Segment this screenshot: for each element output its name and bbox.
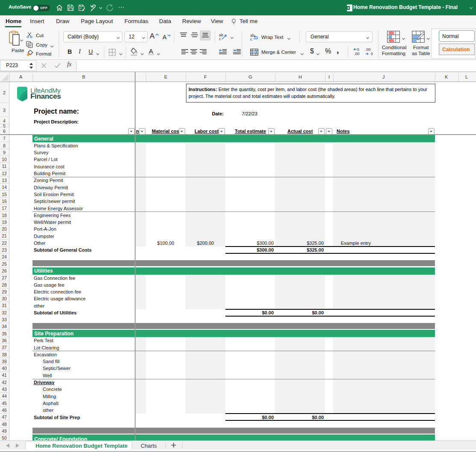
svg-text:c: c: [250, 37, 252, 41]
svg-text:0: 0: [371, 52, 373, 56]
svg-text:.00: .00: [365, 47, 371, 52]
svg-text:.00: .00: [354, 52, 360, 56]
svg-text:0: 0: [357, 47, 359, 52]
svg-text:c: c: [219, 37, 221, 41]
